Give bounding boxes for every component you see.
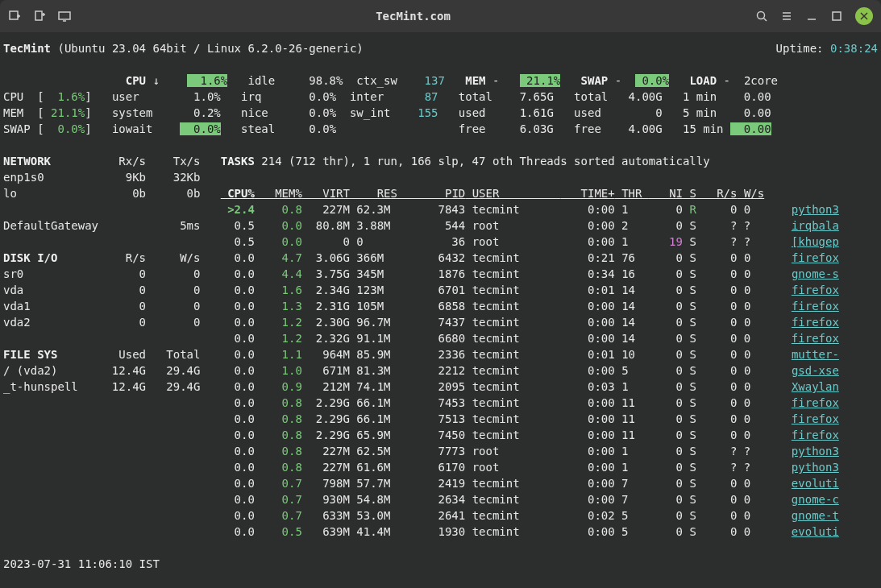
proc-cpu: 0.0	[221, 396, 255, 409]
swap-total: 4.00G	[621, 90, 663, 103]
content-row: _t-hunspell 12.4G 29.4G 0.0 0.9 212M 74.…	[3, 379, 878, 395]
proc-mem: 1.6	[255, 284, 302, 296]
proc-cpu: 0.5	[221, 219, 255, 232]
proc-cmd: gsd-xse	[792, 364, 839, 377]
proc-cmd: firefox	[792, 429, 839, 441]
svg-line-9	[764, 19, 767, 22]
filesys-name: / (vda2)	[3, 364, 92, 377]
proc-cpu: 0.0	[221, 380, 255, 393]
proc-mem: 0.7	[255, 477, 302, 490]
ctx-sw: 137	[411, 74, 445, 87]
proc-mem: 0.8	[255, 412, 302, 425]
content-row: 0.0 0.7 798M 57.7M 2419 tecmint 0:00 7 0…	[3, 475, 878, 491]
svg-rect-0	[10, 11, 18, 19]
sysinfo: (Ubuntu 23.04 64bit / Linux 6.2.0-26-gen…	[57, 42, 363, 55]
load-5min: 0.00	[730, 106, 771, 119]
terminal-output[interactable]: TecMint (Ubuntu 23.04 64bit / Linux 6.2.…	[0, 32, 881, 580]
minimize-icon[interactable]	[805, 10, 818, 23]
content-row: FILE SYS Used Total 0.0 1.1 964M 85.9M 2…	[3, 346, 878, 362]
proc-mem: 0.5	[255, 525, 302, 538]
screen-icon[interactable]	[58, 10, 71, 23]
svg-rect-6	[59, 12, 70, 19]
network-iface: enp1s0	[3, 171, 92, 184]
swap-header: SWAP	[581, 74, 609, 87]
content-row: 0.0 0.7 633M 53.0M 2641 tecmint 0:02 5 0…	[3, 507, 878, 524]
load-cores: 2core	[737, 74, 778, 87]
content-row: 0.0 0.8 2.29G 65.9M 7450 tecmint 0:00 11…	[3, 427, 878, 443]
cpu-inter: 87	[404, 90, 438, 103]
proc-mem: 4.4	[255, 267, 302, 280]
swap-free: 4.00G	[621, 122, 663, 135]
content-row: vda 0 0 0.0 1.6 2.34G 123M 6701 tecmint …	[3, 282, 878, 298]
proc-mem: 4.7	[255, 251, 302, 264]
proc-cmd: firefox	[792, 396, 839, 409]
new-tab-icon[interactable]	[8, 10, 21, 23]
cpu-nice: 0.0%	[295, 106, 336, 119]
mem-total: 7.65G	[506, 90, 554, 103]
disk-name: vda	[3, 284, 92, 296]
content-row: 0.0 0.8 2.29G 66.1M 7453 tecmint 0:00 11…	[3, 395, 878, 411]
menu-icon[interactable]	[780, 10, 793, 23]
content-row: NETWORK Rx/s Tx/s TASKS 214 (712 thr), 1…	[3, 153, 878, 169]
filesys-name: _t-hunspell	[3, 380, 92, 393]
search-icon[interactable]	[755, 10, 768, 23]
titlebar: TecMint.com	[0, 0, 881, 32]
content-row: vda2 0 0 0.0 1.2 2.30G 96.7M 7437 tecmin…	[3, 314, 878, 330]
proc-cmd: evoluti	[792, 525, 839, 538]
proc-mem: 1.1	[255, 348, 302, 361]
proc-mem: 0.7	[255, 509, 302, 522]
content-row: 0.0 0.7 930M 54.8M 2634 tecmint 0:00 7 0…	[3, 491, 878, 507]
proc-mem: 0.7	[255, 493, 302, 506]
maximize-icon[interactable]	[830, 10, 843, 23]
tasks-summary: 214 (712 thr), 1 run, 166 slp, 47 oth Th…	[261, 155, 709, 168]
proc-mem: 0.8	[255, 445, 302, 458]
svg-rect-14	[833, 12, 841, 20]
cpu-total: 1.6%	[187, 74, 228, 87]
proc-cpu: 0.0	[221, 477, 255, 490]
cpu-steal: 0.0%	[295, 122, 336, 135]
proc-mem: 0.8	[255, 396, 302, 409]
proc-cmd: evoluti	[792, 477, 839, 490]
content-row: 0.5 0.0 0 0 36 root 0:00 1 19 S ? ? [khu…	[3, 234, 878, 250]
load-header: LOAD	[689, 74, 717, 87]
proc-cpu: 0.0	[221, 445, 255, 458]
new-window-icon[interactable]	[33, 10, 46, 23]
proc-mem: 1.0	[255, 364, 302, 377]
proc-cmd: gnome-c	[792, 493, 839, 506]
proc-cmd: firefox	[792, 284, 839, 296]
proc-cmd: firefox	[792, 316, 839, 329]
load-15min: 0.00	[730, 122, 771, 135]
content-row: 0.0 0.8 227M 62.5M 7773 root 0:00 1 0 S …	[3, 443, 878, 459]
proc-cmd: Xwaylan	[792, 380, 839, 393]
cpu-swint: 155	[404, 106, 438, 119]
proc-cmd: mutter-	[792, 348, 839, 361]
disk-name: sr0	[3, 267, 92, 280]
close-icon[interactable]	[855, 7, 873, 25]
content-row: enp1s0 9Kb 32Kb	[3, 169, 878, 185]
cpu-system: 0.2%	[180, 106, 221, 119]
proc-mem: 0.0	[255, 235, 302, 248]
lb-cpu-value: 1.6%	[44, 90, 85, 103]
proc-cpu: 0.0	[221, 461, 255, 474]
lb-swap-label: SWAP	[3, 122, 37, 135]
disk-name: vda2	[3, 316, 92, 329]
network-header: NETWORK	[3, 155, 92, 168]
cpu-idle: 98.8%	[302, 74, 343, 87]
proc-cmd: gnome-t	[792, 509, 839, 522]
proc-cpu: 0.5	[221, 235, 255, 248]
proc-mem: 0.8	[255, 429, 302, 441]
content-row: 0.0 0.8 227M 61.6M 6170 root 0:00 1 0 S …	[3, 459, 878, 475]
tasks-header: TASKS	[221, 155, 262, 168]
proc-mem: 0.9	[255, 380, 302, 393]
proc-cpu: 0.0	[221, 284, 255, 296]
proc-mem: 0.8	[255, 203, 302, 216]
proc-cpu: 0.0	[221, 412, 255, 425]
uptime-value: 0:38:24	[830, 42, 878, 55]
svg-point-8	[758, 12, 765, 19]
proc-cpu: 0.0	[221, 429, 255, 441]
network-iface: lo	[3, 187, 92, 200]
swap-used: 0	[621, 106, 663, 119]
proc-cmd: irqbala	[792, 219, 839, 232]
lb-mem-value: 21.1%	[44, 106, 85, 119]
cpu-irq: 0.0%	[295, 90, 336, 103]
